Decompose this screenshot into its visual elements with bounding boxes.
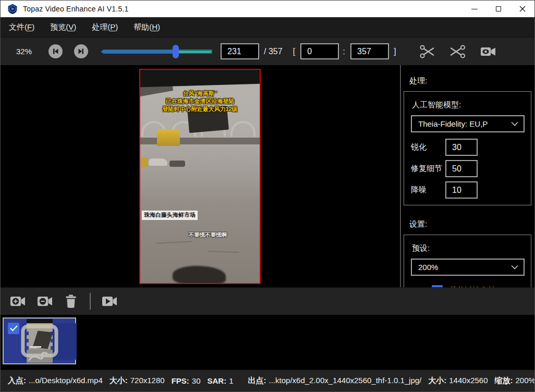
checkmark-icon	[10, 325, 18, 332]
range-close-bracket: ]	[394, 46, 396, 57]
slider-handle[interactable]	[173, 45, 179, 58]
menu-item-file[interactable]: 文件(F)	[8, 20, 35, 34]
status-sar: SAR:1	[208, 376, 234, 385]
sharpen-input[interactable]	[445, 139, 478, 156]
slider-remainder-line	[178, 51, 211, 53]
range-open-bracket: [	[293, 46, 296, 57]
scene-debris-dark	[173, 266, 226, 283]
ai-model-value: Theia-Fidelity: EU,P	[418, 119, 511, 128]
toolbar: 32% / 357 [ : ]	[1, 38, 534, 65]
close-icon	[519, 6, 526, 12]
window-titlebar: Topaz Video Enhance AI V1.5.1	[1, 1, 534, 17]
maximize-icon	[496, 6, 501, 11]
scene-top-band	[140, 70, 260, 87]
video-caption: 不要慌不要慌啊	[156, 231, 260, 239]
scene-car-light	[149, 158, 167, 166]
denoise-input[interactable]	[445, 181, 478, 199]
menu-item-preview[interactable]: 预览(V)	[49, 20, 77, 34]
splice-button[interactable]	[449, 44, 466, 59]
timeline-slider[interactable]	[103, 44, 212, 58]
total-frames-label: / 357	[264, 47, 283, 56]
video-headline: 台风“海高斯” 已在珠海市金湾区沿海登陆 登陆时中心附近最大风力12级	[140, 90, 260, 113]
preview-canvas: 台风“海高斯” 已在珠海市金湾区沿海登陆 登陆时中心附近最大风力12级 珠海白藤…	[1, 65, 400, 287]
preset-label: 预设:	[412, 243, 525, 253]
status-output-size: 大小:1440x2560	[428, 376, 488, 386]
status-out-point: 出点:...ktop/x6d_2.00x_1440x2560_thf-1.0.1…	[248, 376, 422, 386]
add-video-button[interactable]	[9, 295, 26, 308]
camera-eye-icon	[480, 45, 496, 58]
app-window: Topaz Video Enhance AI V1.5.1 文件(F) 预览(V…	[0, 0, 535, 392]
range-start-input[interactable]	[300, 43, 339, 59]
range-separator: :	[343, 46, 345, 57]
trim-cut-button[interactable]	[419, 44, 436, 59]
denoise-row: 降噪	[411, 181, 525, 199]
current-frame-input[interactable]	[221, 43, 259, 59]
status-scale: 缩放:200%	[495, 376, 535, 386]
toolbar-divider	[90, 293, 91, 310]
trash-icon	[64, 294, 78, 309]
thumbnail-checkbox[interactable]	[8, 323, 19, 334]
scissors-splice-icon	[449, 44, 466, 59]
video-preview[interactable]: 台风“海高斯” 已在珠海市金湾区沿海登陆 登陆时中心附近最大风力12级 珠海白藤…	[139, 69, 261, 284]
settings-group: 预设: 200% 裁剪以填充帧	[404, 235, 531, 287]
scene-debris-yellow	[141, 157, 148, 167]
scissors-cut-icon	[419, 44, 436, 59]
restore-detail-row: 修复细节	[411, 160, 525, 177]
skip-end-icon	[77, 47, 85, 55]
scene-water-streak	[156, 241, 192, 244]
menu-item-help[interactable]: 帮助(H)	[132, 20, 161, 34]
sharpen-row: 锐化	[411, 139, 525, 156]
ai-model-label: 人工智能模型:	[412, 100, 525, 110]
remove-video-icon	[37, 295, 53, 308]
range-end-input[interactable]	[350, 43, 389, 59]
skip-start-icon	[52, 47, 59, 55]
preset-value: 200%	[418, 263, 511, 272]
restore-detail-input[interactable]	[445, 160, 478, 177]
scene-water-streak	[208, 251, 239, 253]
chevron-down-icon	[511, 265, 518, 270]
denoise-label: 降噪	[411, 185, 445, 195]
status-in-point: 入点:...o/Desktop/x6d.mp4	[8, 376, 103, 386]
zoom-level-label: 32%	[16, 47, 37, 56]
chevron-down-icon	[511, 121, 518, 126]
scene-yellow-sign	[157, 129, 180, 146]
preview-button[interactable]	[480, 45, 496, 58]
video-scene: 台风“海高斯” 已在珠海市金湾区沿海登陆 登陆时中心附近最大风力12级 珠海白藤…	[140, 70, 260, 283]
thumbnail-strip	[1, 315, 534, 370]
window-controls	[463, 1, 534, 17]
slider-fill	[101, 51, 176, 53]
maximize-button[interactable]	[487, 1, 510, 17]
preset-select[interactable]: 200%	[411, 259, 525, 276]
main-area: 台风“海高斯” 已在珠海市金湾区沿海登陆 登陆时中心附近最大风力12级 珠海白藤…	[1, 65, 534, 287]
remove-video-button[interactable]	[37, 295, 53, 308]
video-list-toolbar	[1, 287, 534, 315]
menu-item-process[interactable]: 处理(P)	[91, 20, 119, 34]
add-video-icon	[9, 295, 26, 308]
scene-car-dark	[169, 161, 185, 167]
processing-header: 处理:	[409, 76, 531, 86]
statusbar: 入点:...o/Desktop/x6d.mp4 大小:720x1280 FPS:…	[1, 370, 534, 391]
delete-video-button[interactable]	[64, 294, 78, 309]
app-logo-icon	[7, 4, 18, 14]
video-thumbnail[interactable]	[3, 317, 76, 364]
play-video-button[interactable]	[101, 295, 118, 308]
processing-group: 人工智能模型: Theia-Fidelity: EU,P 锐化 修复细节 降噪	[404, 91, 531, 205]
settings-header: 设置:	[409, 219, 531, 229]
film-strip-icon	[21, 324, 58, 358]
skip-end-button[interactable]	[74, 44, 88, 58]
minimize-button[interactable]	[463, 1, 487, 17]
status-fps: FPS:30	[172, 376, 201, 385]
sharpen-label: 锐化	[411, 142, 445, 152]
minimize-icon	[471, 9, 478, 9]
skip-start-button[interactable]	[48, 44, 63, 58]
menubar: 文件(F) 预览(V) 处理(P) 帮助(H)	[1, 17, 534, 38]
window-title: Topaz Video Enhance AI V1.5.1	[23, 5, 128, 13]
video-location-label: 珠海白藤头海鲜市场	[142, 211, 198, 220]
ai-model-select[interactable]: Theia-Fidelity: EU,P	[411, 115, 525, 132]
play-video-icon	[101, 295, 118, 308]
restore-detail-label: 修复细节	[411, 164, 445, 174]
settings-panel: 处理: 人工智能模型: Theia-Fidelity: EU,P 锐化 修复细节	[401, 65, 534, 287]
status-input-size: 大小:720x1280	[110, 376, 165, 386]
close-button[interactable]	[510, 1, 534, 17]
